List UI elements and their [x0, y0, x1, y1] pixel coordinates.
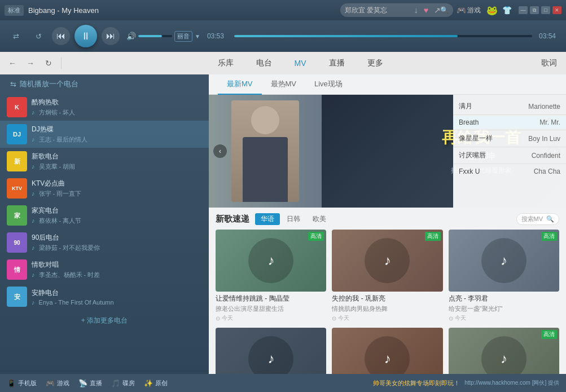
video-date-1: ⊙ 今天: [216, 314, 326, 322]
station-item-dj[interactable]: DJ DJ热碟 ♪ 王志 - 最后的情人: [0, 121, 209, 148]
video-grid: ♪ 高清 让爱情维持跳跳 - 陶晶莹 撩老公出演尽显甜蜜生活 ⊙ 今天 ♪: [216, 230, 559, 374]
banner-list-item-5[interactable]: Fxxk U Cha Cha: [453, 165, 566, 178]
station-icon-new: 新: [7, 151, 27, 171]
search-text: 郑欣宜 爱莫忘: [345, 6, 440, 15]
station-name: 安静电台: [32, 288, 202, 298]
nav-live[interactable]: 直播: [324, 56, 349, 71]
bottom-live[interactable]: 📡 直播: [78, 379, 102, 387]
progress-fill: [234, 35, 458, 37]
station-icon-ktv: KTV: [7, 178, 27, 199]
pip-button[interactable]: ⧉: [530, 6, 539, 14]
station-info-quiet: 安静电台 ♪ Enya - The First Of Autumn: [32, 288, 202, 306]
video-card-3[interactable]: ♪ 高清 点亮 - 李羽君 给安慰一盏"聚光灯" ⊙ 今天: [449, 230, 559, 322]
station-item-quiet[interactable]: 安 安静电台 ♪ Enya - The First Of Autumn: [0, 283, 209, 310]
station-item-ktv[interactable]: KTV KTV必点曲 ♪ 张宇 - 雨一直下: [0, 175, 209, 202]
bottom-disc[interactable]: 🎵 碟房: [111, 379, 135, 387]
disc-label: 碟房: [122, 379, 135, 387]
sidebar-header[interactable]: ⇆ 随机播放一个电台: [0, 74, 209, 94]
search-mv-icon: 🔍: [546, 215, 554, 223]
featured-banner: 再给我一首 王啸坤 摇滚新生代颠覆形象 ‹ › 满月 Marionette Br…: [209, 95, 566, 208]
banner-list-right-2: Mr. Mr.: [539, 118, 560, 126]
games-label[interactable]: 游戏: [467, 6, 481, 15]
station-song: ♪ 吴克羣 - 胡闹: [32, 162, 202, 171]
banner-prev-arrow[interactable]: ‹: [213, 144, 227, 158]
banner-list-left-4: 讨厌嘴唇: [459, 151, 532, 160]
station-item-kugou[interactable]: K 酷狗热歌 ♪ 方炯镔 - 坏人: [0, 94, 209, 121]
video-thumb-5: ♪: [332, 328, 442, 374]
lang-tab-japanese[interactable]: 日韩: [281, 213, 306, 225]
tab-hot-mv[interactable]: 最热MV: [262, 74, 306, 95]
video-card-4[interactable]: ♪ 爱我自己 - 杨乃文 ⊙ 今天: [216, 328, 326, 374]
station-name: 90后电台: [32, 233, 202, 243]
station-item-duet[interactable]: 情 情歌对唱 ♪ 李圣杰、杨酷禾 - 时差: [0, 256, 209, 283]
user-icon[interactable]: 👕: [502, 6, 512, 15]
banner-list-item-3[interactable]: 像星星一样 Boy In Luv: [453, 131, 566, 146]
quality-selector[interactable]: 丽音: [174, 31, 192, 42]
tab-latest-mv[interactable]: 最新MV: [218, 74, 262, 95]
bottom-games[interactable]: 🎮 游戏: [46, 379, 69, 387]
time-total: 03:54: [539, 32, 559, 40]
avatar-icon[interactable]: 🐸: [486, 5, 498, 16]
banner-list-item-1[interactable]: 满月 Marionette: [453, 99, 566, 113]
nav-links: 乐库 电台 MV 直播 更多: [66, 56, 534, 71]
station-song: ♪ 王志 - 最后的情人: [32, 135, 202, 144]
maximize-button[interactable]: □: [541, 6, 550, 14]
video-thumb-1: ♪ 高清: [216, 230, 326, 292]
progress-bar[interactable]: [234, 35, 532, 37]
search-mv-input[interactable]: 搜索MV 🔍: [516, 213, 560, 225]
banner-list-item-2[interactable]: Breath Mr. Mr.: [453, 116, 566, 129]
video-card-6[interactable]: ♪ 高清 花杰樱 (feat. 鲁十郎) - 崔子格 ⊙ 今天: [449, 328, 559, 374]
quality-tag[interactable]: 标准: [5, 5, 24, 16]
prev-button[interactable]: ⏮: [52, 27, 70, 45]
main-content: ⇆ 随机播放一个电台 K 酷狗热歌 ♪ 方炯镔 - 坏人 DJ DJ热碟 ♪ 王…: [0, 74, 566, 374]
bottom-original[interactable]: ✨ 原创: [144, 379, 168, 387]
station-name: KTV必点曲: [32, 179, 202, 188]
nav-library[interactable]: 乐库: [213, 56, 238, 71]
games-label: 游戏: [57, 379, 69, 387]
time-elapsed: 03:53: [207, 32, 227, 40]
games-icon[interactable]: 🎮: [457, 6, 466, 15]
search-icon[interactable]: 🔍: [440, 6, 449, 14]
tab-live[interactable]: Live现场: [305, 74, 352, 95]
top-search-bar[interactable]: 郑欣宜 爱莫忘 🔍: [340, 3, 453, 17]
status-url: http://www.hackhome.com [网伙] 提供: [464, 379, 559, 387]
repeat-button[interactable]: ↺: [29, 27, 47, 45]
forward-button[interactable]: →: [23, 55, 38, 71]
hd-badge-6: 高清: [541, 330, 557, 339]
video-title-3: 点亮 - 李羽君: [449, 294, 559, 303]
clock-icon-1: ⊙: [216, 315, 220, 321]
original-icon: ✨: [144, 379, 153, 387]
volume-icon[interactable]: 🔊: [126, 32, 136, 41]
station-item-90s[interactable]: 90 90后电台 ♪ 梁静茹 - 对不起我爱你: [0, 229, 209, 256]
ad-text[interactable]: 帅哥美女的炫舞专场即刻即玩！: [373, 379, 460, 387]
bottom-mobile[interactable]: 📱 手机版: [7, 379, 37, 387]
shuffle-station-icon: ⇆: [10, 80, 16, 89]
nav-radio[interactable]: 电台: [252, 56, 277, 71]
volume-slider[interactable]: [138, 35, 172, 37]
station-info-ktv: KTV必点曲 ♪ 张宇 - 雨一直下: [32, 179, 202, 198]
banner-list-item-4[interactable]: 讨厌嘴唇 Confident: [453, 148, 566, 162]
video-card-2[interactable]: ♪ 高清 失控的我 - 巩新亮 情挑肌肉男贴身热舞 ⊙ 今天: [332, 230, 442, 322]
station-item-new[interactable]: 新 新歌电台 ♪ 吴克羣 - 胡闹: [0, 148, 209, 175]
lang-tab-western[interactable]: 欧美: [307, 213, 332, 225]
close-button[interactable]: ✕: [552, 6, 561, 14]
add-more-stations[interactable]: + 添加更多电台: [0, 310, 209, 331]
video-thumb-4: ♪: [216, 328, 326, 374]
station-info-jiabin: 家宾电台 ♪ 蔡依林 - 离人节: [32, 206, 202, 225]
quality-dropdown-icon[interactable]: ▼: [195, 33, 200, 39]
refresh-button[interactable]: ↻: [41, 55, 56, 71]
nav-mv[interactable]: MV: [290, 56, 311, 70]
back-button[interactable]: ←: [5, 55, 20, 71]
station-item-jiabin[interactable]: 家 家宾电台 ♪ 蔡依林 - 离人节: [0, 202, 209, 229]
video-card-5[interactable]: ♪ 如果都是天意 - 高凌风 ⊙ 今天: [332, 328, 442, 374]
next-button[interactable]: ⏭: [102, 27, 120, 45]
shuffle-button[interactable]: ⇄: [7, 27, 25, 45]
station-icon-duet: 情: [7, 259, 27, 280]
video-card-1[interactable]: ♪ 高清 让爱情维持跳跳 - 陶晶莹 撩老公出演尽显甜蜜生活 ⊙ 今天: [216, 230, 326, 322]
nav-more[interactable]: 更多: [363, 56, 388, 71]
play-pause-button[interactable]: ⏸: [74, 25, 97, 47]
minimize-button[interactable]: —: [519, 6, 528, 14]
video-title-2: 失控的我 - 巩新亮: [332, 294, 442, 303]
nav-lyrics[interactable]: 歌词: [537, 56, 561, 71]
lang-tab-chinese[interactable]: 华语: [255, 213, 280, 225]
